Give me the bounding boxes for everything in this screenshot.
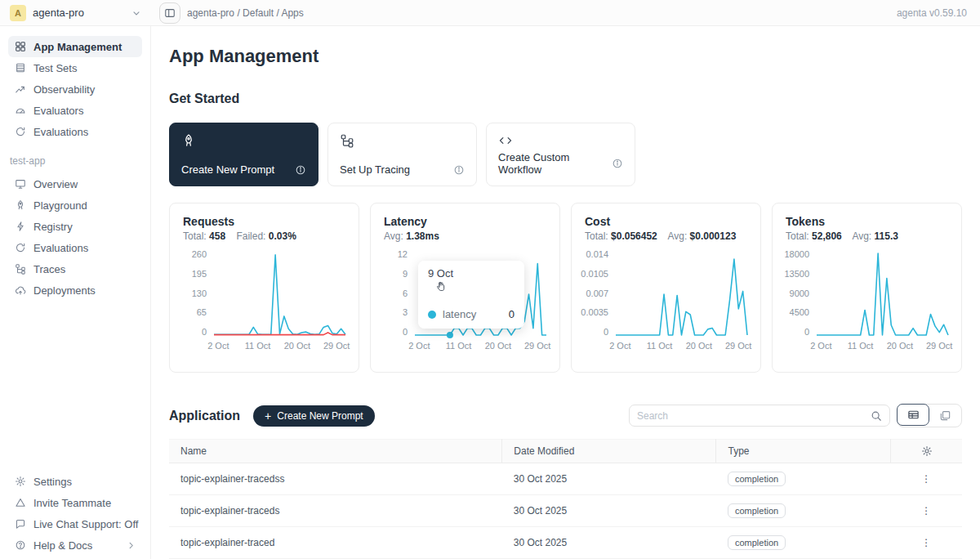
get-started-title: Get Started [169,92,962,106]
stat-label: Total: [786,230,809,242]
main-content: App Management Get Started Create New Pr… [151,26,980,559]
sidebar-item-test-sets[interactable]: Test Sets [8,57,142,78]
sidebar-item-live-chat[interactable]: Live Chat Support: Off [8,513,142,534]
breadcrumb[interactable]: agenta-pro / Default / Apps [187,7,304,19]
tooltip-row: latency 0 [428,308,514,320]
x-tick-label: 2 Oct [609,341,630,351]
tooltip-series: latency [443,308,476,320]
sidebar-item-label: Help & Docs [33,539,92,552]
y-tick-label: 4500 [790,308,809,317]
x-tick-label: 29 Oct [725,341,751,351]
help-icon [15,539,26,551]
cloud-up-icon [15,284,26,296]
sidebar-item-label: App Management [33,41,122,53]
table-row[interactable]: topic-explainer-traceds 30 Oct 2025 comp… [169,495,962,527]
table-row[interactable]: topic-explainer-traced 30 Oct 2025 compl… [169,527,962,559]
metric-title: Requests [183,215,345,228]
stat-label: Avg: [667,230,687,242]
create-custom-workflow-card[interactable]: Create Custom Workflow [486,123,635,186]
card-view-button[interactable] [929,405,961,427]
sidebar-item-evaluations-app[interactable]: Evaluations [8,237,142,258]
row-menu-button[interactable]: ⋮ [891,495,962,527]
tooltip-value: 0 [509,308,514,320]
tree-icon [15,263,26,275]
panel-left-icon [164,7,176,19]
row-menu-button[interactable]: ⋮ [891,463,962,495]
sidebar-footer: Settings Invite Teammate Live Chat Suppo… [8,471,142,556]
sidebar-item-evaluations[interactable]: Evaluations [8,121,142,142]
stat-value: $0.056452 [611,230,657,242]
cell-name: topic-explainer-traceds [169,495,502,527]
table-view-button[interactable] [897,404,929,426]
stat-value: 0.03% [269,230,296,242]
info-icon[interactable] [612,158,623,169]
workspace-selector[interactable]: A agenta-pro [0,0,151,25]
type-badge: completion [728,503,786,518]
rocket-icon [181,133,306,148]
sidebar-toggle-button[interactable] [159,2,180,24]
table-row[interactable]: topic-explainer-tracedss 30 Oct 2025 com… [169,463,962,495]
sidebar-item-overview[interactable]: Overview [8,173,142,195]
sidebar-item-registry[interactable]: Registry [8,216,142,237]
sidebar-item-deployments[interactable]: Deployments [8,280,142,301]
metric-stats: Avg: 1.38ms [384,230,546,242]
cost-card: Cost Total: $0.056452 Avg: $0.000123 0.0… [571,203,761,373]
requests-card: Requests Total: 458 Failed: 0.03% 260195… [169,203,359,373]
stat-value: 52,806 [812,230,842,242]
sidebar-item-playground[interactable]: Playground [8,195,142,216]
sidebar-item-app-management[interactable]: App Management [8,36,142,57]
stat-label: Failed: [236,230,265,242]
app-version: agenta v0.59.10 [897,7,967,19]
sidebar-item-invite-teammate[interactable]: Invite Teammate [8,492,142,513]
sidebar-item-observability[interactable]: Observability [8,78,142,100]
cost-chart[interactable]: 0.0140.01050.0070.00350 2 Oct11 Oct20 Oc… [585,250,747,354]
y-tick-label: 3 [403,308,408,317]
create-new-prompt-card[interactable]: Create New Prompt [169,123,318,186]
stat-label: Total: [183,230,207,242]
sidebar-item-evaluators[interactable]: Evaluators [8,100,142,121]
y-tick-label: 0.0035 [581,308,608,317]
sidebar-item-label: Evaluators [33,105,83,117]
row-menu-button[interactable]: ⋮ [891,527,962,559]
series-dot [428,311,436,319]
info-icon[interactable] [295,164,306,176]
sidebar-item-label: Invite Teammate [33,497,111,509]
y-tick-label: 13500 [784,270,809,279]
x-tick-label: 29 Oct [524,341,550,351]
application-title: Application [169,409,240,423]
metric-stats: Total: $0.056452 Avg: $0.000123 [585,230,747,242]
set-up-tracing-card[interactable]: Set Up Tracing [327,123,477,186]
column-header-type[interactable]: Type [716,440,891,463]
triangle-icon [15,497,26,508]
metric-title: Cost [585,215,747,228]
column-header-name[interactable]: Name [169,440,502,463]
info-icon[interactable] [453,164,465,176]
chart-line-icon [15,83,26,95]
grid-icon [15,41,26,52]
requests-chart[interactable]: 260195130650 2 Oct11 Oct20 Oct29 Oct [183,250,345,354]
gear-icon[interactable] [902,445,951,457]
view-toggle [897,404,962,427]
create-new-prompt-button[interactable]: + Create New Prompt [253,405,375,427]
y-tick-label: 0.0105 [581,270,608,279]
application-header: Application + Create New Prompt [169,404,962,427]
y-tick-label: 0.007 [586,289,608,298]
sidebar-item-label: Settings [33,476,72,488]
tokens-chart[interactable]: 1800013500900045000 2 Oct11 Oct20 Oct29 … [786,250,948,354]
search-icon[interactable] [871,410,882,422]
column-header-date-modified[interactable]: Date Modified [502,440,716,463]
metric-title: Tokens [786,215,948,228]
stat-label: Avg: [852,230,871,242]
x-tick-label: 20 Oct [686,341,712,351]
tokens-card: Tokens Total: 52,806 Avg: 115.3 18000135… [772,203,962,373]
chart-tooltip: 9 Oct latency 0 [418,261,524,329]
gear-icon [15,476,26,487]
sidebar-item-traces[interactable]: Traces [8,258,142,280]
sidebar-item-help-docs[interactable]: Help & Docs [8,534,142,556]
y-tick-label: 18000 [784,250,809,259]
cell-date: 30 Oct 2025 [502,463,716,495]
sidebar-item-settings[interactable]: Settings [8,471,142,492]
search-input[interactable] [637,410,871,422]
x-tick-label: 29 Oct [323,341,350,351]
hover-point-marker [447,332,453,338]
